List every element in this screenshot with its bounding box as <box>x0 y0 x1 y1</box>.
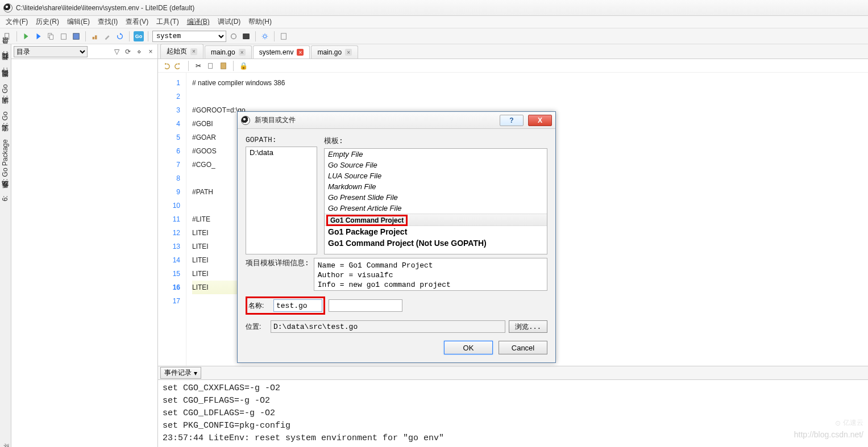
gutter: 1234567891011121314151617 <box>158 73 186 366</box>
sidetab[interactable]: 3: Go 类视图 <box>0 79 11 105</box>
chevron-down-icon: ▾ <box>194 369 197 377</box>
explorer-tree[interactable] <box>11 59 157 447</box>
cancel-button[interactable]: Cancel <box>499 341 547 354</box>
menu-item[interactable]: 编辑(E) <box>64 16 93 28</box>
close-icon[interactable]: × <box>190 48 197 55</box>
paste2-icon[interactable] <box>219 61 228 70</box>
log-tab-events[interactable]: 事件记录 ▾ <box>160 367 201 379</box>
separator <box>16 31 17 41</box>
copy2-icon[interactable] <box>206 61 215 70</box>
svg-rect-6 <box>95 35 97 39</box>
list-item[interactable]: Markdown File <box>325 181 547 192</box>
sidetab[interactable]: 1: 目录 <box>0 45 11 60</box>
svg-point-7 <box>231 34 236 39</box>
main-toolbar: Go system <box>0 28 868 44</box>
menu-item[interactable]: 调试(D) <box>214 16 244 28</box>
menu-item[interactable]: 工具(T) <box>153 16 182 28</box>
settings-icon[interactable] <box>260 31 270 41</box>
explorer-panel: 目录 ▽ ⟳ ⋄ × <box>11 44 158 447</box>
close-icon[interactable]: × <box>297 49 304 56</box>
menu-item[interactable]: 文件(F) <box>2 16 31 28</box>
sidetab[interactable]: 6: 文件系统 <box>0 190 11 204</box>
window-titlebar: C:\liteide\share\liteide\liteenv\system.… <box>0 0 868 16</box>
separator <box>85 31 86 41</box>
svg-rect-2 <box>49 35 53 39</box>
tools-icon[interactable] <box>102 31 113 41</box>
location-input <box>271 320 505 333</box>
template-detail: Name = Go1 Command Project Author = visu… <box>314 258 547 291</box>
cut-icon[interactable]: ✂ <box>194 61 203 70</box>
undo-icon[interactable] <box>161 61 171 70</box>
templates-listbox[interactable]: Empty FileGo Source FileLUA Source FileM… <box>324 148 547 254</box>
sidetab[interactable]: 5: Go Package 浏览 <box>0 134 11 188</box>
refresh-icon[interactable] <box>115 31 125 41</box>
doc-icon[interactable] <box>279 31 289 41</box>
svg-point-9 <box>263 35 266 37</box>
svg-rect-12 <box>221 62 226 69</box>
list-item[interactable]: LUA Source File <box>325 170 547 181</box>
list-item[interactable]: Empty File <box>325 149 547 160</box>
menu-item[interactable]: 编译(B) <box>184 16 213 28</box>
file-tab-label: main.go <box>317 48 342 56</box>
app-icon <box>3 3 13 12</box>
go-icon[interactable]: Go <box>134 31 144 41</box>
run-debug-icon[interactable] <box>34 31 44 41</box>
list-item[interactable]: Go Present Article File <box>325 203 547 214</box>
file-tab[interactable]: system.env× <box>253 45 310 59</box>
run-icon[interactable] <box>21 31 31 41</box>
list-item[interactable]: Go Source File <box>325 160 547 170</box>
reload-env-icon[interactable] <box>229 31 239 41</box>
explorer-dropdown[interactable]: 目录 <box>14 46 88 57</box>
dialog-close-button[interactable]: X <box>528 115 552 126</box>
new-project-dialog: 新项目或文件 ? X GOPATH: D:\data 模板: Empty Fil… <box>237 111 556 363</box>
dialog-titlebar[interactable]: 新项目或文件 ? X <box>238 112 555 129</box>
sidetab[interactable]: 4: Go 大纲 <box>0 106 11 132</box>
file-tab[interactable]: main.go× <box>205 45 252 59</box>
menu-item[interactable]: 查找(I) <box>94 16 121 28</box>
name-input[interactable] <box>273 299 322 312</box>
close-icon[interactable]: × <box>239 49 246 56</box>
file-tab-label: 起始页 <box>167 47 187 56</box>
dialog-app-icon <box>241 116 250 125</box>
build-icon[interactable] <box>90 31 100 41</box>
lock-icon[interactable]: 🔒 <box>239 61 248 70</box>
copy-icon[interactable] <box>46 31 56 41</box>
name-input-ext[interactable] <box>329 299 402 312</box>
separator <box>188 61 189 71</box>
redo-icon[interactable] <box>174 61 183 70</box>
gopath-listbox[interactable]: D:\data <box>246 147 317 254</box>
list-item[interactable]: Go1 Package Project <box>325 226 547 237</box>
log-output[interactable]: set CGO_CXXFLAGS=-g -O2 set CGO_FFLAGS=-… <box>158 380 868 447</box>
collapse-icon[interactable]: ⋄ <box>135 47 144 56</box>
file-tab[interactable]: main.go× <box>311 45 358 59</box>
filter-icon[interactable]: ▽ <box>112 47 121 56</box>
list-item[interactable]: Go1 Command Project <box>325 214 547 226</box>
close-icon[interactable]: × <box>345 49 352 56</box>
separator <box>129 31 130 41</box>
dialog-help-button[interactable]: ? <box>500 115 524 126</box>
sync-icon[interactable]: ⟳ <box>123 47 132 56</box>
list-item[interactable]: D:\data <box>246 147 317 158</box>
menu-item[interactable]: 查看(V) <box>122 16 152 28</box>
menu-bar: 文件(F)历史(R)编辑(E)查找(I)查看(V)工具(T)编译(B)调试(D)… <box>0 16 868 28</box>
bottom-panel: 事件记录 ▾ set CGO_CXXFLAGS=-g -O2 set CGO_F… <box>158 366 868 447</box>
sidetabs-left: 1: 目录2: 打开文档3: Go 类视图4: Go 大纲5: Go Packa… <box>0 44 11 447</box>
save-all-icon[interactable] <box>71 31 81 41</box>
name-highlight: 名称: <box>246 296 325 315</box>
new-file-icon[interactable] <box>2 31 13 41</box>
close-panel-icon[interactable]: × <box>146 47 155 56</box>
env-select[interactable]: system <box>152 31 226 42</box>
file-tab-label: system.env <box>259 48 294 56</box>
list-item[interactable]: Go1 Command Project (Not Use GOPATH) <box>325 237 547 249</box>
list-item[interactable]: Go Present Slide File <box>325 192 547 203</box>
sidetab[interactable]: 2: 打开文档 <box>0 62 11 76</box>
svg-rect-0 <box>5 33 9 39</box>
browse-button[interactable]: 浏览... <box>509 320 547 333</box>
menu-item[interactable]: 历史(R) <box>32 16 63 28</box>
ok-button[interactable]: OK <box>444 341 493 354</box>
paste-icon[interactable] <box>59 31 69 41</box>
terminal-icon[interactable] <box>241 31 251 41</box>
file-tab-label: main.go <box>211 48 235 56</box>
file-tab[interactable]: 起始页× <box>160 44 203 59</box>
menu-item[interactable]: 帮助(H) <box>245 16 275 28</box>
